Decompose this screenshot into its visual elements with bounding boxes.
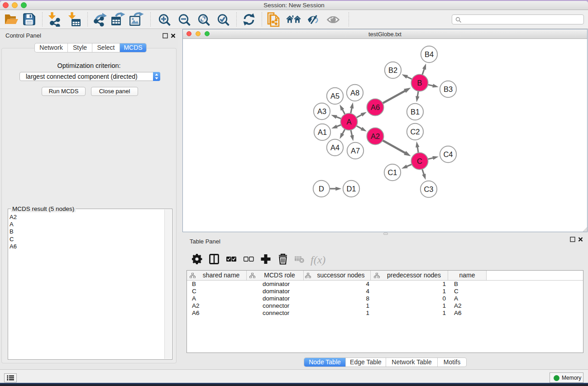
svg-text:A4: A4 [330, 143, 339, 152]
svg-text:B4: B4 [425, 50, 434, 58]
svg-text:C1: C1 [387, 168, 397, 176]
svg-text:C4: C4 [443, 150, 453, 158]
svg-text:A: A [346, 118, 351, 126]
svg-text:D: D [319, 185, 324, 193]
svg-text:A1: A1 [318, 128, 327, 136]
svg-text:B: B [417, 79, 422, 87]
svg-text:A3: A3 [317, 107, 326, 115]
svg-text:C2: C2 [410, 128, 420, 136]
svg-text:f(x): f(x) [311, 254, 325, 266]
svg-text:A6: A6 [371, 103, 380, 111]
svg-text:A8: A8 [350, 89, 359, 97]
svg-text:B2: B2 [388, 66, 397, 74]
svg-text:D1: D1 [346, 185, 356, 193]
svg-text:A7: A7 [351, 147, 360, 155]
svg-text:B1: B1 [411, 108, 420, 116]
svg-text:B3: B3 [444, 85, 453, 93]
svg-text:C3: C3 [424, 185, 433, 193]
svg-text:A5: A5 [330, 92, 339, 100]
svg-text:A2: A2 [371, 132, 380, 140]
svg-text:C: C [417, 157, 422, 165]
